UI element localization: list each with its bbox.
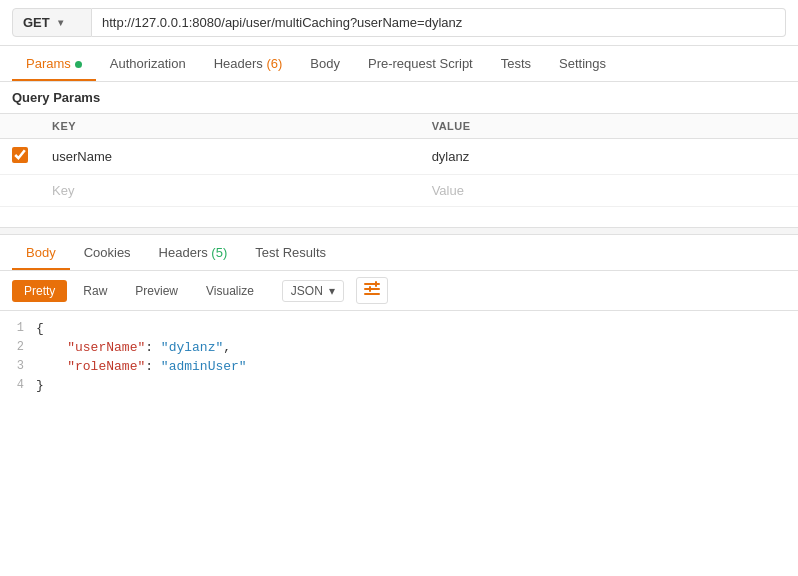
tab-authorization[interactable]: Authorization: [96, 46, 200, 81]
col-key-header: KEY: [40, 114, 420, 139]
row-checkbox-cell[interactable]: [0, 139, 40, 175]
param-checkbox[interactable]: [12, 147, 28, 163]
filter-icon[interactable]: [356, 277, 388, 304]
tab-body[interactable]: Body: [296, 46, 354, 81]
col-checkbox: [0, 114, 40, 139]
col-value-header: VALUE: [420, 114, 798, 139]
section-divider: [0, 227, 798, 235]
response-tab-cookies[interactable]: Cookies: [70, 235, 145, 270]
format-raw-button[interactable]: Raw: [71, 280, 119, 302]
empty-value-cell[interactable]: Value: [420, 175, 798, 207]
tab-params[interactable]: Params: [12, 46, 96, 81]
method-label: GET: [23, 15, 50, 30]
response-tab-test-results[interactable]: Test Results: [241, 235, 340, 270]
tab-tests[interactable]: Tests: [487, 46, 545, 81]
code-line-3: 3 "roleName": "adminUser": [0, 357, 798, 376]
url-bar: GET ▾: [0, 0, 798, 46]
code-line-2: 2 "userName": "dylanz",: [0, 338, 798, 357]
empty-table-row: Key Value: [0, 175, 798, 207]
params-dot-indicator: [75, 61, 82, 68]
params-table: KEY VALUE userName dylanz Key Value: [0, 114, 798, 207]
code-line-4: 4 }: [0, 376, 798, 395]
tab-headers[interactable]: Headers (6): [200, 46, 297, 81]
line-number: 3: [0, 359, 36, 373]
line-number: 1: [0, 321, 36, 335]
response-tabs: Body Cookies Headers (5) Test Results: [0, 235, 798, 271]
line-number: 2: [0, 340, 36, 354]
line-number: 4: [0, 378, 36, 392]
code-line-1: 1 {: [0, 319, 798, 338]
table-row: userName dylanz: [0, 139, 798, 175]
url-input[interactable]: [92, 8, 786, 37]
method-chevron-icon: ▾: [58, 17, 63, 28]
response-tab-body[interactable]: Body: [12, 235, 70, 270]
format-preview-button[interactable]: Preview: [123, 280, 190, 302]
response-toolbar: Pretty Raw Preview Visualize JSON ▾: [0, 271, 798, 311]
request-tabs: Params Authorization Headers (6) Body Pr…: [0, 46, 798, 82]
param-key-cell[interactable]: userName: [40, 139, 420, 175]
format-pretty-button[interactable]: Pretty: [12, 280, 67, 302]
method-selector[interactable]: GET ▾: [12, 8, 92, 37]
json-format-label: JSON: [291, 284, 323, 298]
tab-settings[interactable]: Settings: [545, 46, 620, 81]
json-chevron-icon: ▾: [329, 284, 335, 298]
response-code-area: 1 { 2 "userName": "dylanz", 3 "roleName"…: [0, 311, 798, 403]
response-tab-headers[interactable]: Headers (5): [145, 235, 242, 270]
json-format-select[interactable]: JSON ▾: [282, 280, 344, 302]
empty-checkbox-cell: [0, 175, 40, 207]
empty-key-cell[interactable]: Key: [40, 175, 420, 207]
tab-prerequest[interactable]: Pre-request Script: [354, 46, 487, 81]
format-visualize-button[interactable]: Visualize: [194, 280, 266, 302]
query-params-header: Query Params: [0, 82, 798, 114]
param-value-cell[interactable]: dylanz: [420, 139, 798, 175]
